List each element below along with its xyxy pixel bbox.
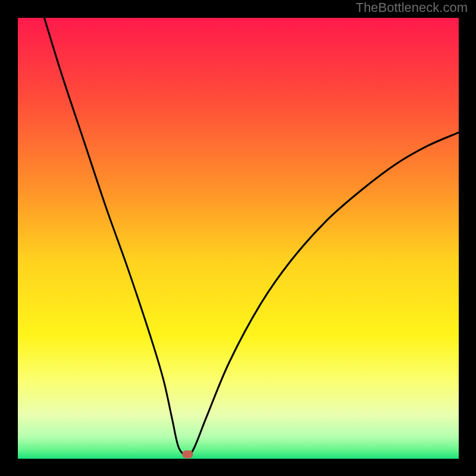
minimum-marker [182,450,193,458]
plot-area [18,18,459,459]
gradient-background [18,18,459,459]
chart-svg [18,18,459,459]
watermark-text: TheBottleneck.com [356,0,468,15]
chart-container: TheBottleneck.com [0,0,476,476]
